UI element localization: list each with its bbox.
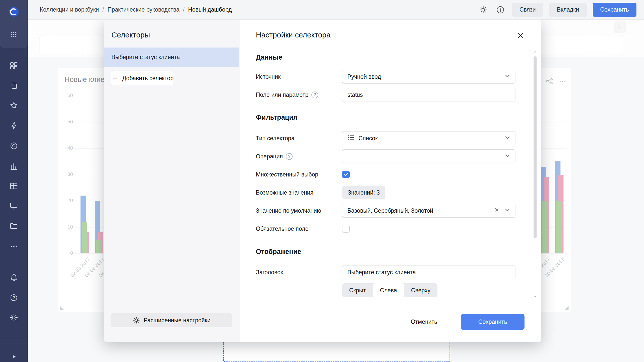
breadcrumb-collections[interactable]: Коллекции и воркбуки <box>40 6 99 13</box>
sidebar: ? <box>0 0 28 362</box>
sidebar-divider <box>0 343 28 343</box>
scroll-down-icon[interactable] <box>534 294 537 297</box>
widget-title-value: Выберите статус клиента <box>347 269 416 276</box>
source-select[interactable]: Ручной ввод <box>342 70 515 84</box>
list-icon <box>347 134 355 143</box>
add-selector-button[interactable]: Добавить селектор <box>111 71 174 85</box>
dashboards-icon[interactable] <box>9 61 19 71</box>
editor-bolt-icon[interactable] <box>9 121 19 131</box>
gear-icon <box>133 316 140 324</box>
monitor-icon[interactable] <box>9 201 19 211</box>
advanced-settings-button[interactable]: Расширенные настройки <box>111 313 232 327</box>
apps-grid-icon[interactable] <box>9 30 19 40</box>
multiselect-label: Множественный выбор <box>256 171 342 178</box>
top-header: Коллекции и воркбуки / Практические руко… <box>28 0 644 20</box>
clear-icon[interactable] <box>493 206 500 215</box>
field-value: status <box>347 92 363 98</box>
required-label: Обязательное поле <box>256 225 342 232</box>
add-selector-label: Добавить селектор <box>122 75 174 82</box>
selectors-list-panel: Селекторы Выберите статус клиента Добави… <box>104 20 239 342</box>
header-settings-gear-icon[interactable] <box>478 4 489 15</box>
default-value-label: Значение по умолчанию <box>256 207 342 214</box>
dialog-save-button[interactable]: Сохранить <box>461 314 525 330</box>
breadcrumb-separator: / <box>102 6 104 13</box>
operation-row: Операция ? — <box>256 149 515 163</box>
selector-list-item[interactable]: Выберите статус клиента <box>104 48 239 67</box>
chevron-down-icon <box>503 206 511 215</box>
multiselect-row: Множественный выбор <box>256 167 515 182</box>
collections-icon[interactable] <box>9 81 19 91</box>
tab-top[interactable]: Сверху <box>404 283 437 297</box>
scroll-up-icon[interactable] <box>534 50 537 53</box>
svg-text:?: ? <box>13 296 15 300</box>
widget-title-label: Заголовок <box>256 269 342 276</box>
tab-hidden[interactable]: Скрыт <box>342 283 373 297</box>
selector-type-row: Тип селектора Список <box>256 131 515 145</box>
header-info-icon[interactable] <box>495 4 506 15</box>
close-icon[interactable] <box>515 30 526 41</box>
field-row: Поле или параметр ? status <box>256 88 515 102</box>
help-icon[interactable]: ? <box>9 293 19 303</box>
check-icon <box>343 171 349 177</box>
bell-icon[interactable] <box>9 273 19 283</box>
settings-panel-title: Настройки селектора <box>239 20 541 39</box>
selectors-panel-title: Селекторы <box>104 20 239 39</box>
breadcrumb-separator: / <box>183 6 184 13</box>
table-icon[interactable] <box>9 181 19 191</box>
source-row: Источник Ручной ввод <box>256 70 515 84</box>
selector-settings-panel: Настройки селектора Данные Источник Ручн… <box>239 20 541 342</box>
settings-gear-icon[interactable] <box>9 312 19 323</box>
selector-type-value: Список <box>358 135 378 142</box>
title-row: Заголовок Выберите статус клиента <box>256 265 515 279</box>
more-icon[interactable] <box>9 241 19 251</box>
question-icon[interactable]: ? <box>311 92 318 98</box>
question-icon[interactable]: ? <box>286 153 293 160</box>
default-value-row: Значение по умолчанию Базовый, Серебряны… <box>256 204 515 218</box>
datalens-logo[interactable] <box>9 7 19 17</box>
tabs-button[interactable]: Вкладки <box>549 3 586 17</box>
breadcrumb-current-dashboard: Новый дашборд <box>188 6 232 13</box>
chevron-down-icon <box>503 133 511 143</box>
source-label: Источник <box>256 73 342 80</box>
selectors-dialog: Селекторы Выберите статус клиента Добави… <box>104 20 541 342</box>
plus-icon <box>111 74 119 82</box>
favorites-star-icon[interactable] <box>9 101 19 111</box>
default-value-text: Базовый, Серебряный, Золотой <box>347 207 433 214</box>
section-title-display: Отображение <box>256 248 515 256</box>
values-count-chip[interactable]: Значений: 3 <box>342 186 385 199</box>
tab-left[interactable]: Слева <box>373 283 404 297</box>
chevron-down-icon <box>503 72 511 81</box>
widget-title-input[interactable]: Выберите статус клиента <box>342 265 515 279</box>
default-value-select[interactable]: Базовый, Серебряный, Золотой <box>342 204 515 218</box>
folder-icon[interactable] <box>9 221 19 231</box>
target-icon[interactable] <box>9 141 19 151</box>
operation-value: — <box>347 153 353 160</box>
possible-values-label: Возможные значения <box>256 189 342 196</box>
operation-label: Операция ? <box>256 153 342 160</box>
selector-list-item-label: Выберите статус клиента <box>111 54 180 61</box>
cancel-button[interactable]: Отменить <box>411 319 437 325</box>
expand-sidebar-icon[interactable] <box>9 352 19 362</box>
required-row: Обязательное поле <box>256 222 515 236</box>
chevron-down-icon <box>503 152 511 161</box>
selector-type-label: Тип селектора <box>256 135 342 142</box>
multiselect-checkbox[interactable] <box>342 171 350 178</box>
links-button[interactable]: Связи <box>512 3 543 17</box>
section-title-filtering: Фильтрация <box>256 114 515 121</box>
modal-scrollbar[interactable] <box>533 50 537 297</box>
charts-icon[interactable] <box>9 161 19 171</box>
possible-values-row: Возможные значения Значений: 3 <box>256 186 515 200</box>
field-label: Поле или параметр ? <box>256 92 342 98</box>
section-title-data: Данные <box>256 54 515 61</box>
dialog-footer: Отменить Сохранить <box>239 302 541 342</box>
selector-type-select[interactable]: Список <box>342 131 515 145</box>
title-position-tabs: Скрыт Слева Сверху <box>342 283 437 297</box>
breadcrumb: Коллекции и воркбуки / Практические руко… <box>40 6 232 13</box>
field-input[interactable]: status <box>342 88 515 102</box>
operation-select[interactable]: — <box>342 149 515 163</box>
scrollbar-thumb[interactable] <box>534 56 537 238</box>
breadcrumb-guides[interactable]: Практические руководства <box>107 6 179 13</box>
header-save-button[interactable]: Сохранить <box>593 3 636 17</box>
required-checkbox[interactable] <box>342 225 350 233</box>
settings-scroll-area: Данные Источник Ручной ввод Поле или пар… <box>256 50 515 297</box>
